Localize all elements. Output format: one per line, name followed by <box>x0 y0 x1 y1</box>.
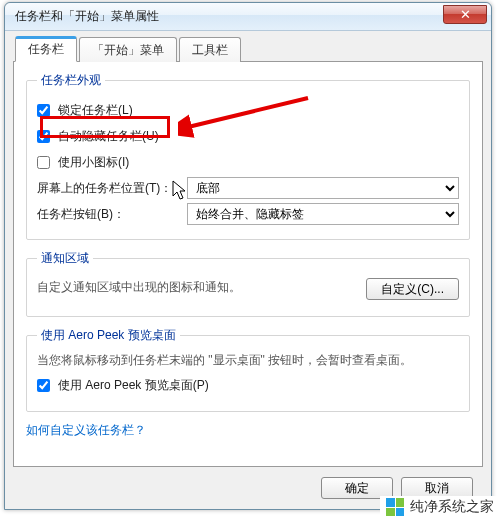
checkbox-lock-taskbar-label: 锁定任务栏(L) <box>58 102 133 119</box>
group-appearance: 任务栏外观 锁定任务栏(L) 自动隐藏任务栏(U) <box>26 72 470 240</box>
window-title: 任务栏和「开始」菜单属性 <box>15 8 159 25</box>
checkbox-autohide-taskbar[interactable]: 自动隐藏任务栏(U) <box>37 128 159 145</box>
titlebar[interactable]: 任务栏和「开始」菜单属性 ✕ <box>5 3 491 31</box>
tab-start-menu[interactable]: 「开始」菜单 <box>79 37 177 62</box>
checkbox-lock-taskbar-input[interactable] <box>37 104 50 117</box>
group-aero-legend: 使用 Aero Peek 预览桌面 <box>37 327 180 344</box>
taskbar-properties-dialog: 任务栏和「开始」菜单属性 ✕ 任务栏 「开始」菜单 工具栏 任务栏外观 锁定任务… <box>4 2 492 510</box>
tabpage-taskbar: 任务栏外观 锁定任务栏(L) 自动隐藏任务栏(U) <box>13 61 483 467</box>
checkbox-lock-taskbar[interactable]: 锁定任务栏(L) <box>37 102 133 119</box>
group-appearance-legend: 任务栏外观 <box>37 72 105 89</box>
client-area: 任务栏 「开始」菜单 工具栏 任务栏外观 锁定任务栏(L) 自动隐藏任务栏(U) <box>5 31 491 509</box>
checkbox-small-icons[interactable]: 使用小图标(I) <box>37 154 129 171</box>
combo-taskbar-buttons[interactable]: 始终合并、隐藏标签 <box>187 203 459 225</box>
label-taskbar-buttons: 任务栏按钮(B)： <box>37 206 187 223</box>
label-taskbar-position: 屏幕上的任务栏位置(T)： <box>37 180 187 197</box>
watermark-text: 纯净系统之家 <box>410 498 494 516</box>
notification-desc: 自定义通知区域中出现的图标和通知。 <box>37 279 241 296</box>
checkbox-autohide-taskbar-label: 自动隐藏任务栏(U) <box>58 128 159 145</box>
checkbox-aero-peek-input[interactable] <box>37 379 50 392</box>
checkbox-small-icons-label: 使用小图标(I) <box>58 154 129 171</box>
aero-desc: 当您将鼠标移动到任务栏末端的 "显示桌面" 按钮时，会暂时查看桌面。 <box>37 352 459 369</box>
watermark: 纯净系统之家 <box>380 496 500 516</box>
checkbox-aero-peek[interactable]: 使用 Aero Peek 预览桌面(P) <box>37 377 209 394</box>
customize-button[interactable]: 自定义(C)... <box>366 278 459 300</box>
close-button[interactable]: ✕ <box>443 5 487 24</box>
watermark-logo-icon <box>386 498 404 516</box>
help-link[interactable]: 如何自定义该任务栏？ <box>26 423 146 437</box>
tabstrip: 任务栏 「开始」菜单 工具栏 <box>15 37 483 61</box>
checkbox-autohide-taskbar-input[interactable] <box>37 130 50 143</box>
group-notification-area: 通知区域 自定义通知区域中出现的图标和通知。 自定义(C)... <box>26 250 470 317</box>
checkbox-small-icons-input[interactable] <box>37 156 50 169</box>
close-icon: ✕ <box>460 7 471 22</box>
group-aero-peek: 使用 Aero Peek 预览桌面 当您将鼠标移动到任务栏末端的 "显示桌面" … <box>26 327 470 412</box>
checkbox-aero-peek-label: 使用 Aero Peek 预览桌面(P) <box>58 377 209 394</box>
tab-taskbar[interactable]: 任务栏 <box>15 36 77 62</box>
group-notification-legend: 通知区域 <box>37 250 93 267</box>
tab-toolbars[interactable]: 工具栏 <box>179 37 241 62</box>
combo-taskbar-position[interactable]: 底部 <box>187 177 459 199</box>
